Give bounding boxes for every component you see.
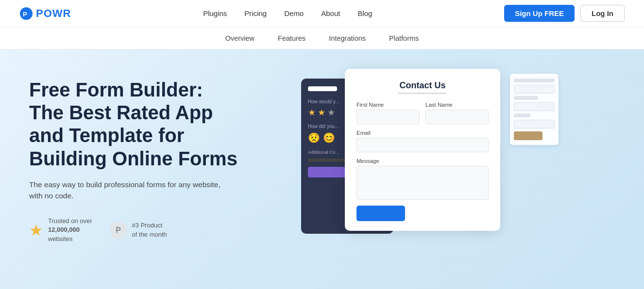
right-card-btn bbox=[514, 131, 542, 140]
nav-about-link[interactable]: About bbox=[321, 9, 340, 17]
star-1: ★ bbox=[308, 107, 316, 118]
product-hunt-icon: P bbox=[110, 222, 127, 239]
form-name-row: First Name Last Name bbox=[356, 102, 489, 124]
first-name-input[interactable] bbox=[356, 110, 420, 124]
hero-right-mockups: How would y... ★ ★ ★ How did you... 😟 😊 … bbox=[282, 69, 615, 270]
main-nav-links: Plugins Pricing Demo About Blog bbox=[203, 9, 372, 18]
form-card-divider bbox=[398, 93, 447, 94]
form-card-title: Contact Us bbox=[356, 80, 489, 91]
subnav-platforms-link[interactable]: Platforms bbox=[389, 34, 419, 42]
email-input[interactable] bbox=[356, 138, 489, 152]
emoji-1: 😟 bbox=[308, 132, 320, 144]
hero-title: Free Form Builder: The Best Rated App an… bbox=[29, 79, 282, 170]
last-name-label: Last Name bbox=[425, 102, 489, 108]
badge-product-text: #3 Product of the month bbox=[132, 221, 167, 239]
message-label: Message bbox=[356, 158, 489, 164]
subnav-features-link[interactable]: Features bbox=[278, 34, 305, 42]
nav-demo-link[interactable]: Demo bbox=[284, 9, 304, 17]
right-card-input-2 bbox=[514, 102, 555, 111]
last-name-input[interactable] bbox=[425, 110, 489, 124]
right-card-input-1 bbox=[514, 85, 555, 94]
badge-trusted: ★ Trusted on over 12,000,000 websites bbox=[29, 217, 92, 243]
right-card-line-1 bbox=[514, 79, 555, 82]
subnav-integrations-link[interactable]: Integrations bbox=[329, 34, 366, 42]
right-card-line-3 bbox=[514, 113, 530, 117]
hero-subtitle: The easy way to build professional forms… bbox=[29, 179, 223, 202]
emoji-2: 😊 bbox=[323, 132, 335, 144]
right-card-input-3 bbox=[514, 120, 555, 128]
right-form-mockup bbox=[510, 74, 559, 145]
hero-section: Free Form Builder: The Best Rated App an… bbox=[0, 49, 644, 289]
badge-trusted-text: Trusted on over 12,000,000 websites bbox=[48, 217, 92, 243]
dark-form-submit-btn bbox=[308, 167, 347, 177]
nav-buttons: Sign Up FREE Log In bbox=[504, 5, 625, 22]
dark-form-title-bar bbox=[308, 86, 337, 91]
nav-plugins-link[interactable]: Plugins bbox=[203, 9, 227, 17]
powr-logo-icon: P bbox=[19, 7, 33, 20]
email-field: Email bbox=[356, 130, 489, 152]
star-2: ★ bbox=[318, 107, 325, 118]
star-badge-icon: ★ bbox=[29, 223, 43, 238]
star-3: ★ bbox=[327, 107, 335, 118]
logo-text: POWR bbox=[36, 7, 71, 20]
badge-product: P #3 Product of the month bbox=[110, 221, 167, 239]
form-submit-button[interactable] bbox=[356, 206, 405, 221]
svg-text:P: P bbox=[23, 11, 27, 18]
email-label: Email bbox=[356, 130, 489, 136]
signup-button[interactable]: Sign Up FREE bbox=[504, 5, 575, 22]
first-name-field: First Name bbox=[356, 102, 420, 124]
last-name-field: Last Name bbox=[425, 102, 489, 124]
message-textarea[interactable] bbox=[356, 166, 489, 200]
hero-badges: ★ Trusted on over 12,000,000 websites P … bbox=[29, 217, 282, 243]
secondary-navigation: Overview Features Integrations Platforms bbox=[0, 27, 644, 49]
message-field: Message bbox=[356, 158, 489, 200]
logo[interactable]: P POWR bbox=[19, 7, 71, 20]
nav-blog-link[interactable]: Blog bbox=[357, 9, 372, 17]
contact-form-card: Contact Us First Name Last Name Email Me… bbox=[345, 69, 500, 231]
top-navigation: P POWR Plugins Pricing Demo About Blog S… bbox=[0, 0, 644, 27]
hero-left-content: Free Form Builder: The Best Rated App an… bbox=[29, 69, 282, 270]
right-card-line-2 bbox=[514, 96, 538, 100]
first-name-label: First Name bbox=[356, 102, 420, 108]
subnav-overview-link[interactable]: Overview bbox=[225, 34, 254, 42]
nav-pricing-link[interactable]: Pricing bbox=[244, 9, 267, 17]
login-button[interactable]: Log In bbox=[580, 5, 625, 22]
